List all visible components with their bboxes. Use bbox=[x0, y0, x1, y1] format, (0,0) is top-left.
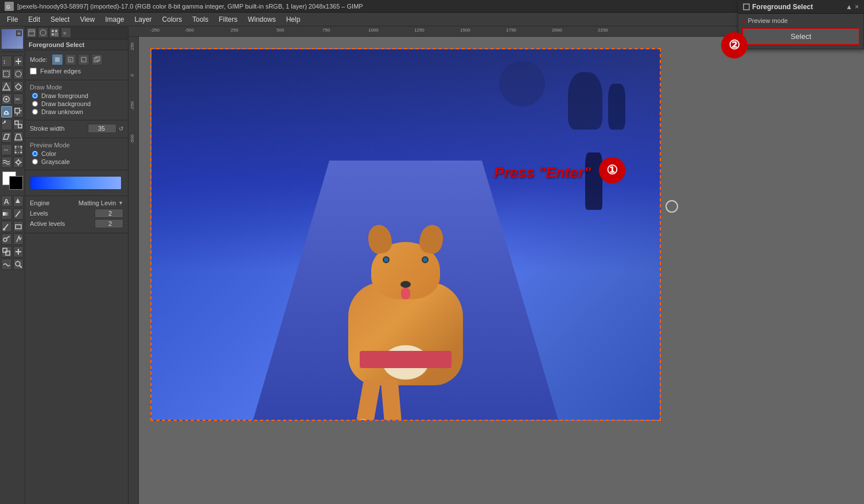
stroke-width-label: Stroke width bbox=[30, 125, 85, 132]
flip-btn[interactable]: ↔ bbox=[1, 144, 12, 155]
panel-close-btn[interactable]: × bbox=[855, 3, 859, 11]
paintbucket-btn[interactable] bbox=[13, 196, 24, 207]
menubar: File Edit Select View Image Layer Colors… bbox=[0, 13, 864, 26]
text-tool-btn[interactable]: A bbox=[1, 196, 12, 207]
panel-preview-close[interactable]: × bbox=[742, 17, 745, 24]
tool-row-2 bbox=[1, 68, 24, 80]
stroke-width-reset-btn[interactable]: ↺ bbox=[119, 126, 123, 132]
badge-1: ① bbox=[599, 157, 625, 183]
smudge-btn[interactable] bbox=[1, 259, 12, 270]
rotate-btn[interactable] bbox=[1, 119, 12, 130]
draw-background-row: Draw background bbox=[30, 100, 123, 107]
zoom-btn[interactable] bbox=[13, 259, 24, 270]
gradient-tool-btn[interactable] bbox=[1, 208, 12, 220]
panel-minimize-btn[interactable]: ▲ bbox=[846, 3, 853, 11]
pencil-tool-btn[interactable] bbox=[13, 208, 24, 220]
handle-transform-btn[interactable] bbox=[13, 157, 24, 168]
mode-intersect-btn[interactable] bbox=[91, 54, 103, 65]
perspective-btn[interactable] bbox=[13, 131, 24, 143]
feather-edges-checkbox[interactable] bbox=[30, 68, 37, 75]
panel-header-left: Foreground Select bbox=[743, 3, 813, 11]
engine-dropdown[interactable]: Matting Levin ▼ bbox=[79, 200, 123, 206]
crop-btn[interactable] bbox=[13, 106, 24, 118]
menu-layer[interactable]: Layer bbox=[130, 14, 157, 25]
gradient-preview[interactable] bbox=[30, 176, 122, 190]
mode-add-btn[interactable]: + bbox=[65, 54, 76, 65]
align-tool-btn[interactable] bbox=[13, 56, 24, 67]
svg-rect-12 bbox=[15, 108, 20, 113]
toolbox: × ↕ bbox=[0, 26, 25, 504]
heal-btn[interactable] bbox=[13, 246, 24, 257]
menu-help[interactable]: Help bbox=[282, 14, 305, 25]
engine-value: Matting Levin bbox=[79, 200, 116, 206]
eraser-btn[interactable] bbox=[13, 221, 24, 232]
foreground-select-btn[interactable] bbox=[1, 106, 12, 118]
draw-mode-section: Draw Mode Draw foreground Draw backgroun… bbox=[25, 80, 128, 120]
preview-color-label: Color bbox=[41, 150, 56, 157]
clone-btn[interactable] bbox=[1, 246, 12, 257]
menu-image[interactable]: Image bbox=[100, 14, 129, 25]
levels-label: Levels bbox=[30, 210, 92, 217]
scissors-select-btn[interactable]: ✂ bbox=[13, 93, 24, 105]
color-swatch[interactable] bbox=[2, 171, 25, 192]
panel-icon-view2[interactable] bbox=[38, 28, 48, 38]
select-button[interactable]: Select bbox=[742, 28, 860, 45]
fuzzy-select-btn[interactable] bbox=[13, 81, 24, 92]
shear-btn[interactable] bbox=[1, 131, 12, 143]
rect-select-btn[interactable] bbox=[1, 68, 12, 80]
app-icon: G bbox=[5, 2, 14, 11]
ellipse-select-btn[interactable] bbox=[13, 68, 24, 80]
panel-icon-view3[interactable] bbox=[49, 28, 60, 38]
draw-background-radio[interactable] bbox=[32, 101, 38, 107]
menu-file[interactable]: File bbox=[2, 14, 22, 25]
menu-windows[interactable]: Windows bbox=[243, 14, 281, 25]
panel-icon-view1[interactable] bbox=[26, 28, 37, 38]
menu-colors[interactable]: Colors bbox=[158, 14, 187, 25]
panel-header-icon bbox=[743, 3, 750, 10]
corgi-paw-fl bbox=[355, 418, 373, 421]
preview-grayscale-radio[interactable] bbox=[32, 159, 38, 165]
preview-color-radio[interactable] bbox=[32, 151, 38, 157]
panel-header-right: ▲ × bbox=[846, 3, 859, 11]
gradient-preview-section bbox=[25, 170, 128, 196]
by-color-select-btn[interactable] bbox=[1, 93, 12, 105]
tool-row-4: ✂ bbox=[1, 93, 24, 105]
paintbrush-btn[interactable] bbox=[1, 221, 12, 232]
ink-btn[interactable] bbox=[13, 233, 24, 245]
move-tool-btn[interactable]: ↕ bbox=[1, 56, 12, 67]
draw-unknown-radio[interactable] bbox=[32, 109, 38, 115]
menu-edit[interactable]: Edit bbox=[24, 14, 45, 25]
foreground-color[interactable] bbox=[9, 176, 23, 190]
svg-rect-19 bbox=[15, 147, 21, 153]
mode-replace-btn[interactable] bbox=[52, 54, 63, 65]
panel-icon-more[interactable]: ≡ bbox=[61, 28, 71, 38]
stroke-width-row: Stroke width ↺ bbox=[30, 124, 123, 133]
scale-btn[interactable] bbox=[13, 119, 24, 130]
image-close-btn[interactable]: × bbox=[16, 30, 22, 36]
tool-row-5 bbox=[1, 106, 24, 118]
panel-icons-row: ≡ bbox=[25, 26, 128, 40]
svg-text:≡: ≡ bbox=[63, 30, 66, 36]
draw-foreground-label: Draw foreground bbox=[41, 92, 88, 99]
menu-view[interactable]: View bbox=[75, 14, 99, 25]
preview-grayscale-row: Grayscale bbox=[30, 158, 123, 165]
free-select-btn[interactable] bbox=[1, 81, 12, 92]
active-levels-input[interactable] bbox=[95, 219, 123, 228]
svg-rect-48 bbox=[55, 33, 57, 36]
cage-transform-btn[interactable] bbox=[13, 144, 24, 155]
menu-tools[interactable]: Tools bbox=[188, 14, 213, 25]
feather-edges-row: Feather edges bbox=[30, 68, 123, 75]
warp-btn[interactable] bbox=[1, 157, 12, 168]
panel-preview-row: × Preview mode bbox=[742, 17, 860, 24]
mode-subtract-btn[interactable]: - bbox=[78, 54, 89, 65]
draw-unknown-row: Draw unknown bbox=[30, 108, 123, 115]
stroke-width-input[interactable] bbox=[88, 124, 116, 133]
menu-filters[interactable]: Filters bbox=[214, 14, 242, 25]
menu-select[interactable]: Select bbox=[46, 14, 74, 25]
draw-foreground-radio[interactable] bbox=[32, 93, 38, 99]
engine-dropdown-arrow: ▼ bbox=[118, 200, 123, 206]
levels-input[interactable] bbox=[95, 209, 123, 218]
airbrush-btn[interactable] bbox=[1, 233, 12, 245]
corgi-body bbox=[348, 282, 463, 385]
titlebar: G [pexels-hnoody93-58997] (imported)-17.… bbox=[0, 0, 864, 13]
